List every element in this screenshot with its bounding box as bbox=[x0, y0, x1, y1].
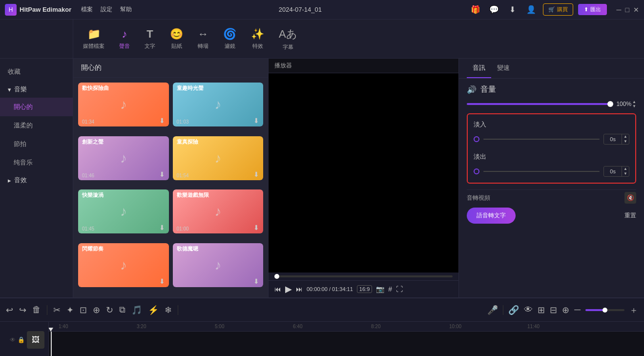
fade-in-stepper[interactable]: ▲ ▼ bbox=[622, 134, 629, 144]
nav-music[interactable]: ▾ 音樂 bbox=[0, 81, 73, 98]
undo-button[interactable]: ↩ bbox=[6, 305, 13, 315]
playhead[interactable] bbox=[51, 332, 52, 356]
music-card-0[interactable]: ♪ 歡快探險曲 01:34 ⬇ bbox=[78, 83, 169, 126]
gift-icon[interactable]: 🎁 bbox=[469, 3, 482, 17]
toolbar-audio[interactable]: ♪ 聲音 bbox=[119, 28, 130, 50]
fade-out-slider[interactable] bbox=[483, 171, 600, 172]
purchase-button[interactable]: 🛒 購買 bbox=[543, 3, 573, 16]
mute-toggle[interactable]: 🔇 bbox=[624, 192, 636, 204]
fade-in-up[interactable]: ▲ bbox=[622, 134, 629, 139]
play-button[interactable]: ▶ bbox=[285, 284, 292, 294]
volume-slider[interactable] bbox=[467, 103, 612, 105]
split2-icon[interactable]: ⊞ bbox=[538, 305, 545, 315]
toolbar-text[interactable]: T 文字 bbox=[145, 28, 155, 50]
download-icon-1[interactable]: ⬇ bbox=[253, 117, 259, 125]
tab-audio[interactable]: 音訊 bbox=[467, 59, 491, 78]
play-back-icon[interactable]: ⏮ bbox=[274, 285, 281, 293]
fade-in-down[interactable]: ▼ bbox=[622, 139, 629, 144]
tab-speed[interactable]: 變速 bbox=[491, 59, 516, 78]
copy-icon[interactable]: ⊕ bbox=[562, 305, 569, 315]
nav-favorites[interactable]: 收藏 bbox=[0, 63, 73, 81]
menu-file[interactable]: 檔案 bbox=[81, 5, 93, 14]
menu-settings[interactable]: 設定 bbox=[101, 5, 112, 14]
music-card-6[interactable]: ♪ 閃耀節奏 ⬇ bbox=[78, 243, 169, 287]
delete-button[interactable]: 🗑 bbox=[32, 305, 41, 315]
redo-button[interactable]: ↪ bbox=[19, 305, 26, 315]
maximize-button[interactable]: □ bbox=[625, 6, 629, 14]
eye-icon[interactable]: 👁 bbox=[524, 305, 533, 315]
nav-sfx[interactable]: ▸ 音效 bbox=[0, 172, 73, 188]
toolbar-transition[interactable]: ↔ 轉場 bbox=[198, 28, 208, 50]
music-card-4[interactable]: ♪ 快樂漩渦 01:45 ⬇ bbox=[78, 189, 169, 233]
chat-icon[interactable]: 💬 bbox=[487, 3, 501, 17]
music-card-3[interactable]: ♪ 童真探險 01:54 ⬇ bbox=[173, 136, 264, 180]
download-icon-5[interactable]: ⬇ bbox=[253, 224, 259, 231]
download-icon[interactable]: ⬇ bbox=[506, 3, 519, 17]
mirror-icon[interactable]: ⧉ bbox=[119, 305, 125, 315]
download-icon-6[interactable]: ⬇ bbox=[159, 277, 165, 285]
fade-out-stepper[interactable]: ▲ ▼ bbox=[622, 167, 629, 176]
nav-sfx-label: 音效 bbox=[14, 176, 27, 185]
menu-help[interactable]: 幫助 bbox=[120, 5, 132, 14]
toolbar-media-label: 媒體檔案 bbox=[83, 42, 104, 50]
toolbar-sticker[interactable]: 😊 貼紙 bbox=[170, 28, 183, 50]
nav-instrumental[interactable]: 纯音乐 bbox=[0, 153, 73, 172]
music-card-2[interactable]: ♪ 創新之聲 01:46 ⬇ bbox=[78, 136, 169, 180]
download-icon-3[interactable]: ⬇ bbox=[253, 170, 259, 178]
fade-section: 淡入 0s ▲ ▼ 淡出 bbox=[467, 113, 636, 184]
preview-seekbar[interactable] bbox=[274, 275, 453, 277]
fade-in-slider[interactable] bbox=[483, 139, 600, 140]
nav-gentle[interactable]: 溫柔的 bbox=[0, 116, 73, 135]
music-card-7[interactable]: ♪ 歌德魔嗯 ⬇ bbox=[173, 243, 264, 287]
crop-icon[interactable]: ⊡ bbox=[80, 305, 87, 315]
rotate-icon[interactable]: ↻ bbox=[106, 305, 113, 315]
lock-track-icon[interactable]: 🔒 bbox=[18, 336, 25, 343]
export-button[interactable]: ⬆ 匯出 bbox=[578, 4, 607, 15]
eye-track-icon[interactable]: 👁 bbox=[10, 336, 16, 343]
close-button[interactable]: ✕ bbox=[633, 6, 639, 14]
right-content: 🔊 音量 100% ▲ ▼ bbox=[459, 79, 644, 297]
preview-panel: 播放器 ⏮ ▶ ⏭ 00:00:00 / 01:34:11 16:9 📷 # ⛶ bbox=[269, 59, 458, 297]
fade-out-up[interactable]: ▲ bbox=[622, 167, 629, 171]
download-icon-2[interactable]: ⬇ bbox=[159, 170, 165, 178]
minus-icon[interactable]: ─ bbox=[574, 305, 581, 315]
music-card-duration-0: 01:34 bbox=[82, 119, 94, 125]
grid-icon[interactable]: # bbox=[388, 285, 392, 293]
audio-icon-tl[interactable]: 🎵 bbox=[131, 305, 142, 315]
toolbar-filter[interactable]: 🌀 濾鏡 bbox=[223, 28, 236, 50]
nav-beat[interactable]: 節拍 bbox=[0, 135, 73, 153]
fade-out-down[interactable]: ▼ bbox=[622, 171, 629, 176]
fullscreen-icon[interactable]: ⛶ bbox=[396, 285, 403, 293]
link-icon[interactable]: 🔗 bbox=[508, 305, 519, 315]
download-icon-4[interactable]: ⬇ bbox=[159, 224, 165, 231]
reset-button[interactable]: 重置 bbox=[624, 211, 636, 220]
ratio-selector[interactable]: 16:9 bbox=[357, 285, 372, 293]
split-icon[interactable]: ✦ bbox=[66, 305, 74, 315]
music-card-duration-4: 01:45 bbox=[82, 226, 94, 231]
toolbar-media[interactable]: 📁 媒體檔案 bbox=[83, 28, 104, 50]
music-card-5[interactable]: ♪ 歡樂遊戲無限 01:00 ⬇ bbox=[173, 189, 264, 233]
screenshot-icon[interactable]: 📷 bbox=[376, 285, 384, 293]
music-card-1[interactable]: ♪ 童趣時光聲 01:03 ⬇ bbox=[173, 83, 264, 126]
effects-icon: ✨ bbox=[251, 28, 264, 41]
freeze-icon[interactable]: ❄ bbox=[165, 305, 172, 315]
cut-icon[interactable]: ✂ bbox=[53, 305, 61, 315]
plus-icon[interactable]: ＋ bbox=[629, 304, 638, 316]
minimize-button[interactable]: ─ bbox=[617, 6, 622, 14]
toolbar-caption[interactable]: Aあ 字幕 bbox=[279, 27, 297, 51]
merge-icon[interactable]: ⊟ bbox=[550, 305, 557, 315]
sticker-icon: 😊 bbox=[170, 28, 183, 41]
play-forward-icon[interactable]: ⏭ bbox=[296, 285, 303, 293]
download-icon-7[interactable]: ⬇ bbox=[253, 277, 259, 285]
add-icon[interactable]: ⊕ bbox=[93, 305, 100, 315]
volume-stepper[interactable]: ▲ ▼ bbox=[632, 100, 636, 108]
mic-icon[interactable]: 🎤 bbox=[487, 305, 498, 315]
speed-icon[interactable]: ⚡ bbox=[148, 305, 159, 315]
zoom-slider[interactable] bbox=[585, 309, 624, 311]
nav-happy[interactable]: 開心的 bbox=[0, 98, 73, 116]
speech-to-text-button[interactable]: 語音轉文字 bbox=[467, 208, 516, 224]
music-card-bg: ♪ 歡樂遊戲無限 01:00 ⬇ bbox=[173, 189, 264, 233]
account-icon[interactable]: 👤 bbox=[524, 3, 538, 17]
toolbar-effects[interactable]: ✨ 特效 bbox=[251, 28, 264, 50]
download-icon-0[interactable]: ⬇ bbox=[159, 117, 165, 125]
